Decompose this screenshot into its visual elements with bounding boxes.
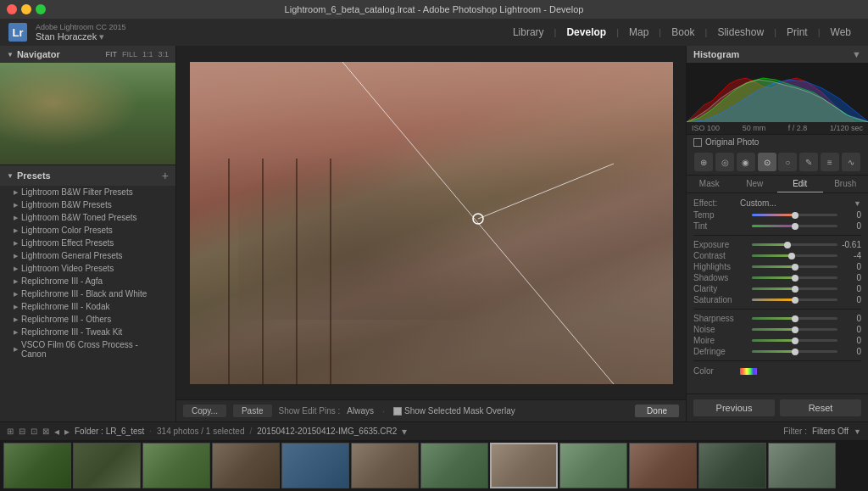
slider-thumb-saturation[interactable] [792,297,798,304]
edit-pins-value[interactable]: Always [347,406,374,416]
done-button[interactable]: Done [635,405,679,417]
slider-thumb-tint[interactable] [792,223,798,230]
slider-thumb-contrast[interactable] [788,253,795,259]
tab-edit[interactable]: Edit [777,176,823,192]
film-thumb[interactable] [351,443,419,488]
main-image-area[interactable] [176,46,686,399]
slider-track-clarity[interactable] [752,287,837,290]
filter-dropdown-icon[interactable]: ▼ [854,427,861,436]
brush-tool[interactable]: ✎ [799,153,818,171]
nav-library[interactable]: Library [504,23,553,42]
color-swatch[interactable] [740,368,757,375]
reset-button[interactable]: Reset [780,399,861,416]
list-item[interactable]: ▶Lightroom B&W Toned Presets [0,211,175,224]
copy-button[interactable]: Copy... [183,405,226,417]
list-item[interactable]: ▶Lightroom B&W Filter Presets [0,186,175,198]
nav-web[interactable]: Web [822,23,860,42]
slider-thumb-clarity[interactable] [792,286,798,293]
slider-track-defringe[interactable] [752,350,837,353]
slider-track-highlights[interactable] [752,265,837,268]
slider-track-moire[interactable] [752,339,837,342]
slider-thumb-highlights[interactable] [792,264,798,271]
list-item[interactable]: ▶Replichrome III - Agfa [0,275,175,287]
prev-arrow[interactable]: ◂ [54,426,59,438]
slider-track-exposure[interactable] [752,243,837,246]
view-grid-icon[interactable]: ⊞ [7,427,14,436]
list-item[interactable]: ▶Lightroom Color Presets [0,224,175,237]
nav-map[interactable]: Map [620,23,657,42]
radial-tool[interactable]: ○ [778,153,797,171]
add-preset-button[interactable]: + [162,169,169,182]
film-thumb-selected[interactable] [490,443,558,488]
next-arrow[interactable]: ▸ [64,426,70,438]
view-survey-icon[interactable]: ⊠ [42,427,49,436]
slider-track-saturation[interactable] [752,299,837,301]
tab-new[interactable]: New [732,176,778,192]
slider-track-sharpness[interactable] [752,317,837,320]
film-thumb[interactable] [420,443,488,488]
zoom-fill[interactable]: FILL [122,50,137,59]
maximize-button[interactable] [36,4,46,14]
nav-print[interactable]: Print [778,23,816,42]
slider-thumb-temp[interactable] [792,212,798,219]
tone-curve-tool[interactable]: ∿ [842,153,860,171]
list-item[interactable]: ▶Lightroom B&W Presets [0,198,175,211]
slider-thumb-shadows[interactable] [792,275,798,282]
zoom-1-1[interactable]: 1:1 [142,50,153,59]
list-item[interactable]: ▶Replichrome III - Others [0,313,175,326]
film-thumb[interactable] [73,443,141,488]
spot-removal-tool[interactable]: ◎ [715,153,734,171]
effect-dropdown-icon[interactable]: ▼ [854,199,861,208]
redeye-tool[interactable]: ◉ [737,153,755,171]
histogram-header[interactable]: Histogram ▼ [687,46,868,63]
slider-track-tint[interactable] [752,225,837,227]
crop-tool[interactable]: ⊕ [694,153,713,171]
slider-track-shadows[interactable] [752,276,837,279]
slider-thumb-sharpness[interactable] [792,315,798,322]
slider-thumb-noise[interactable] [792,326,798,333]
nav-develop[interactable]: Develop [558,23,615,42]
effect-value[interactable]: Custom... [740,198,782,208]
close-button[interactable] [7,4,17,14]
list-item[interactable]: ▶VSCO Film 06 Cross Process - Canon [0,338,175,360]
filename-dropdown-icon[interactable]: ▾ [402,426,407,438]
original-photo-checkbox[interactable] [693,138,702,147]
list-item[interactable]: ▶Lightroom Effect Presets [0,237,175,249]
slider-thumb-moire[interactable] [792,338,798,344]
nav-slideshow[interactable]: Slideshow [709,23,772,42]
presets-header[interactable]: ▼ Presets + [0,165,175,186]
film-thumb[interactable] [212,443,280,488]
slider-track-contrast[interactable] [752,254,837,257]
chevron-down-icon[interactable]: ▾ [99,31,104,42]
tab-mask[interactable]: Mask [687,176,732,192]
list-item[interactable]: ▶Replichrome III - Tweak Kit [0,326,175,338]
list-item[interactable]: ▶Lightroom Video Presets [0,262,175,275]
film-thumb[interactable] [142,443,210,488]
paste-button[interactable]: Paste [233,405,272,417]
gradient-tool[interactable]: ⊙ [758,153,776,171]
nav-book[interactable]: Book [663,23,703,42]
zoom-fit[interactable]: FIT [105,50,117,59]
slider-thumb-exposure[interactable] [784,242,791,248]
zoom-3-1[interactable]: 3:1 [158,50,169,59]
film-thumb[interactable] [629,443,697,488]
previous-button[interactable]: Previous [693,399,775,416]
film-thumb[interactable] [768,443,836,488]
slider-thumb-defringe[interactable] [792,349,798,355]
list-item[interactable]: ▶Lightroom General Presets [0,249,175,262]
slider-track-temp[interactable] [752,214,837,216]
film-thumb[interactable] [3,443,71,488]
film-thumb[interactable] [281,443,349,488]
minimize-button[interactable] [21,4,31,14]
filter-value[interactable]: Filters Off [812,427,849,436]
hsl-tool[interactable]: ≡ [821,153,839,171]
film-thumb[interactable] [559,443,627,488]
navigator-header[interactable]: ▼ Navigator FIT FILL 1:1 3:1 [0,46,175,63]
film-thumb[interactable] [698,443,766,488]
list-item[interactable]: ▶Replichrome III - Black and White [0,287,175,300]
view-compare-icon[interactable]: ⊡ [31,427,37,436]
show-mask-checkbox[interactable]: Show Selected Mask Overlay [393,406,515,416]
tab-brush[interactable]: Brush [823,176,869,192]
list-item[interactable]: ▶Replichrome III - Kodak [0,300,175,313]
slider-track-noise[interactable] [752,328,837,331]
